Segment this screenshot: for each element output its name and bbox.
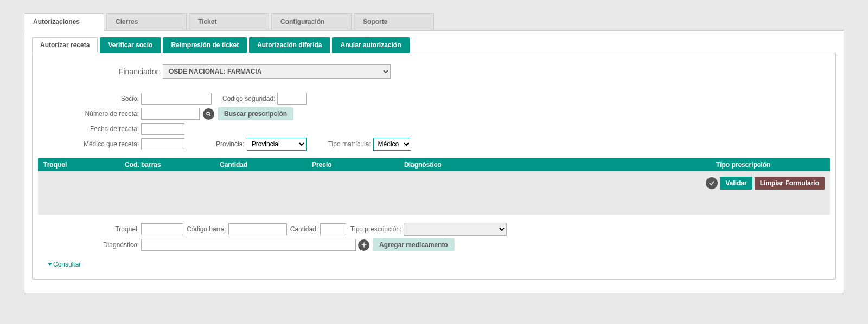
plus-icon[interactable] [358,239,369,251]
content-panel: Financiador: OSDE NACIONAL: FARMACIA Soc… [32,53,836,280]
numero-receta-input[interactable] [141,108,200,120]
tab-ticket[interactable]: Ticket [189,13,269,30]
fecha-receta-input[interactable] [141,123,184,135]
th-precio: Precio [312,161,404,169]
buscar-prescripcion-button[interactable]: Buscar prescripción [218,107,293,120]
tab-cierres[interactable]: Cierres [106,13,187,30]
tab-configuracion[interactable]: Configuración [271,13,352,30]
subtab-autorizar-receta[interactable]: Autorizar receta [32,37,98,53]
th-cantidad: Cantidad [220,161,312,169]
agregar-medicamento-button[interactable]: Agregar medicamento [373,238,455,251]
medico-receta-label: Médico que receta: [38,140,141,148]
troquel-input[interactable] [141,223,183,235]
tipo-prescripcion-select[interactable] [404,223,507,236]
subtab-diferida[interactable]: Autorización diferida [249,37,330,53]
th-tipo-prescripcion: Tipo prescripción [716,161,825,169]
svg-line-1 [209,114,211,116]
financiador-label: Financiador: [38,67,163,76]
financiador-select[interactable]: OSDE NACIONAL: FARMACIA [163,64,391,79]
codigo-seguridad-label: Código seguridad: [222,95,277,102]
diagnostico-input[interactable] [141,239,356,251]
consultar-label: Consultar [53,261,81,268]
triangle-down-icon [48,263,52,266]
tipo-prescripcion-label: Tipo prescripción: [346,225,404,233]
subtab-verificar-socio[interactable]: Verificar socio [100,37,161,53]
numero-receta-label: Número de receta: [38,110,141,118]
table-body: Validar Limpiar Formulario [38,171,830,215]
provincia-label: Provincia: [216,140,247,148]
troquel-label: Troquel: [38,225,141,233]
tab-autorizaciones[interactable]: Autorizaciones [24,13,104,31]
cantidad-label: Cantidad: [287,225,320,233]
subtab-reimpresion[interactable]: Reimpresión de ticket [163,37,247,53]
fecha-receta-label: Fecha de receta: [38,125,141,133]
tab-soporte[interactable]: Soporte [354,13,434,30]
diagnostico-label: Diagnóstico: [38,241,141,249]
svg-point-0 [207,112,210,115]
tipo-matricula-select[interactable]: Médico [373,138,411,151]
main-panel: Autorizar receta Verificar socio Reimpre… [24,31,844,293]
codigo-barra-input[interactable] [228,223,287,235]
socio-label: Socio: [38,95,141,102]
subtab-anular[interactable]: Anular autorización [332,37,409,53]
consultar-link[interactable]: Consultar [48,261,81,268]
limpiar-button[interactable]: Limpiar Formulario [755,177,825,190]
sub-tabs: Autorizar receta Verificar socio Reimpre… [32,37,839,53]
search-icon[interactable] [203,108,214,120]
table-header: Troquel Cod. barras Cantidad Precio Diag… [38,158,830,171]
tipo-matricula-label: Tipo matrícula: [328,140,373,148]
cantidad-input[interactable] [320,223,346,235]
th-troquel: Troquel [43,161,125,169]
validar-button[interactable]: Validar [720,177,752,190]
top-tabs: Autorizaciones Cierres Ticket Configurac… [24,13,844,31]
medico-receta-input[interactable] [141,138,184,150]
codigo-seguridad-input[interactable] [277,93,307,105]
codigo-barra-label: Código barra: [183,225,228,233]
provincia-select[interactable]: Provincial [247,138,307,151]
check-icon [706,177,718,189]
socio-input[interactable] [141,93,212,105]
th-cod-barras: Cod. barras [125,161,220,169]
th-diagnostico: Diagnóstico [404,161,716,169]
